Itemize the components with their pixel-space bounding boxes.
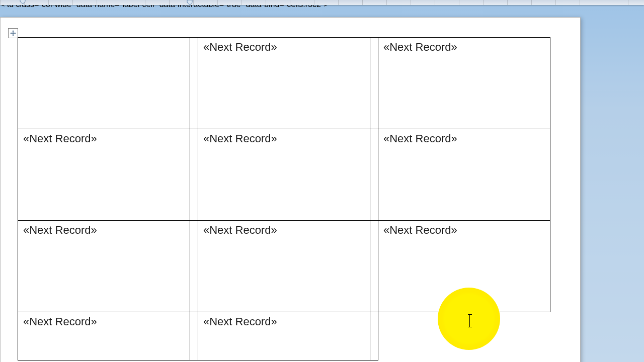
ruler-indent-handle[interactable] (186, 0, 193, 5)
mail-merge-labels-table[interactable]: «Next Record» «Next Record» «Next Record… (18, 37, 550, 360)
ruler-left-margin-handle[interactable] (19, 0, 26, 5)
label-cell[interactable]: «Next Record» (378, 38, 550, 129)
label-cell[interactable] (18, 38, 190, 129)
label-cell[interactable]: «Next Record» (18, 221, 190, 312)
label-gutter (370, 129, 378, 221)
label-cell[interactable]: «Next Record» (198, 129, 370, 221)
label-cell[interactable]: «Next Record» (198, 38, 370, 129)
table-row: «Next Record» «Next Record» «Next Record… (18, 129, 550, 221)
label-cell[interactable]: «Next Record» (378, 221, 550, 312)
svg-marker-1 (187, 0, 192, 5)
label-gutter (370, 312, 378, 360)
label-gutter (370, 38, 378, 129)
horizontal-ruler[interactable] (0, 0, 644, 5)
label-gutter (190, 221, 198, 312)
label-cell[interactable]: «Next Record» (18, 312, 190, 360)
table-move-handle[interactable] (8, 28, 18, 38)
label-cell[interactable]: «Next Record» (198, 221, 370, 312)
label-gutter (190, 129, 198, 221)
table-row: «Next Record» «Next Record» «Next Record… (18, 221, 550, 312)
svg-marker-0 (20, 0, 25, 4)
table-row: «Next Record» «Next Record» (18, 312, 550, 360)
label-cell[interactable]: «Next Record» (18, 129, 190, 221)
label-gutter (190, 312, 198, 360)
label-gutter (370, 221, 378, 312)
table-row: «Next Record» «Next Record» (18, 38, 550, 129)
label-cell[interactable]: «Next Record» (378, 129, 550, 221)
label-cell[interactable]: «Next Record» (198, 312, 370, 360)
label-gutter (190, 38, 198, 129)
